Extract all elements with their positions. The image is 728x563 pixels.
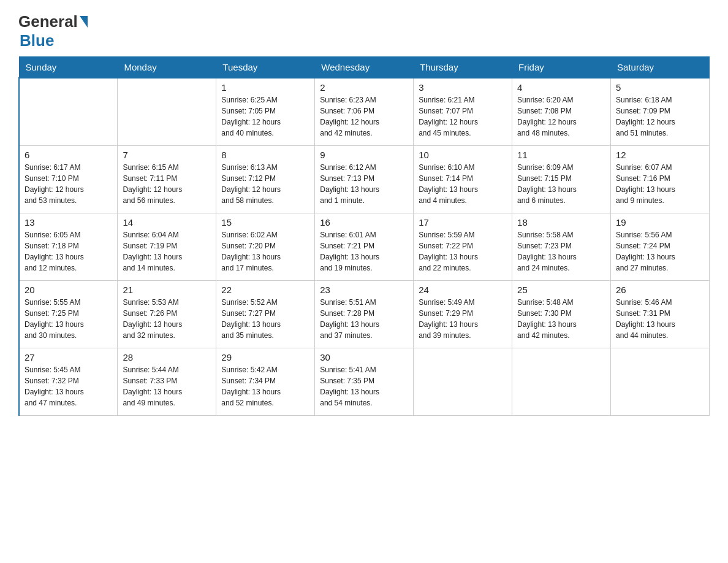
day-cell: 11Sunrise: 6:09 AM Sunset: 7:15 PM Dayli… [512, 145, 611, 213]
logo-combined: General [18, 12, 88, 31]
day-cell: 19Sunrise: 5:56 AM Sunset: 7:24 PM Dayli… [611, 213, 710, 280]
day-info: Sunrise: 5:52 AM Sunset: 7:27 PM Dayligh… [221, 297, 309, 341]
week-row-4: 27Sunrise: 5:45 AM Sunset: 7:32 PM Dayli… [19, 348, 710, 415]
day-cell: 13Sunrise: 6:05 AM Sunset: 7:18 PM Dayli… [19, 213, 118, 280]
day-number: 29 [221, 352, 309, 362]
day-cell: 28Sunrise: 5:44 AM Sunset: 7:33 PM Dayli… [118, 348, 216, 415]
day-cell [118, 78, 216, 145]
calendar-table: SundayMondayTuesdayWednesdayThursdayFrid… [18, 56, 710, 416]
day-info: Sunrise: 6:13 AM Sunset: 7:12 PM Dayligh… [221, 162, 309, 206]
logo-general-part: General [18, 12, 78, 31]
day-number: 4 [517, 82, 605, 93]
day-info: Sunrise: 5:49 AM Sunset: 7:29 PM Dayligh… [419, 297, 507, 341]
day-info: Sunrise: 5:48 AM Sunset: 7:30 PM Dayligh… [517, 297, 605, 341]
calendar-header: SundayMondayTuesdayWednesdayThursdayFrid… [19, 57, 710, 79]
day-number: 18 [517, 217, 605, 228]
day-info: Sunrise: 6:17 AM Sunset: 7:10 PM Dayligh… [25, 162, 112, 206]
header-cell-tuesday: Tuesday [216, 57, 315, 79]
day-number: 21 [123, 285, 211, 295]
day-cell: 15Sunrise: 6:02 AM Sunset: 7:20 PM Dayli… [216, 213, 315, 280]
logo-blue-line: Blue [18, 31, 54, 50]
day-cell [512, 348, 611, 415]
day-cell: 29Sunrise: 5:42 AM Sunset: 7:34 PM Dayli… [216, 348, 315, 415]
day-info: Sunrise: 5:42 AM Sunset: 7:34 PM Dayligh… [221, 364, 309, 408]
week-row-2: 13Sunrise: 6:05 AM Sunset: 7:18 PM Dayli… [19, 213, 710, 280]
day-info: Sunrise: 5:58 AM Sunset: 7:23 PM Dayligh… [517, 229, 605, 274]
day-number: 3 [419, 82, 507, 93]
day-cell: 20Sunrise: 5:55 AM Sunset: 7:25 PM Dayli… [19, 280, 118, 348]
day-number: 24 [419, 285, 507, 295]
day-cell: 27Sunrise: 5:45 AM Sunset: 7:32 PM Dayli… [19, 348, 118, 415]
day-info: Sunrise: 5:55 AM Sunset: 7:25 PM Dayligh… [25, 297, 112, 341]
header-cell-thursday: Thursday [414, 57, 512, 79]
day-info: Sunrise: 6:15 AM Sunset: 7:11 PM Dayligh… [123, 162, 211, 206]
day-number: 13 [25, 217, 112, 228]
header-cell-saturday: Saturday [611, 57, 710, 79]
day-info: Sunrise: 6:18 AM Sunset: 7:09 PM Dayligh… [616, 94, 704, 139]
day-cell: 26Sunrise: 5:46 AM Sunset: 7:31 PM Dayli… [611, 280, 710, 348]
day-number: 26 [616, 285, 704, 295]
day-cell: 30Sunrise: 5:41 AM Sunset: 7:35 PM Dayli… [315, 348, 414, 415]
day-number: 12 [616, 150, 704, 160]
header-cell-sunday: Sunday [19, 57, 118, 79]
day-cell: 7Sunrise: 6:15 AM Sunset: 7:11 PM Daylig… [118, 145, 216, 213]
day-cell: 5Sunrise: 6:18 AM Sunset: 7:09 PM Daylig… [611, 78, 710, 145]
week-row-0: 1Sunrise: 6:25 AM Sunset: 7:05 PM Daylig… [19, 78, 710, 145]
day-info: Sunrise: 5:41 AM Sunset: 7:35 PM Dayligh… [320, 364, 408, 408]
day-info: Sunrise: 6:05 AM Sunset: 7:18 PM Dayligh… [25, 229, 112, 274]
day-info: Sunrise: 6:09 AM Sunset: 7:15 PM Dayligh… [517, 162, 605, 206]
day-cell: 2Sunrise: 6:23 AM Sunset: 7:06 PM Daylig… [315, 78, 414, 145]
day-info: Sunrise: 6:21 AM Sunset: 7:07 PM Dayligh… [419, 94, 507, 139]
logo-blue-text: Blue [20, 31, 54, 50]
day-cell: 10Sunrise: 6:10 AM Sunset: 7:14 PM Dayli… [414, 145, 512, 213]
calendar-body: 1Sunrise: 6:25 AM Sunset: 7:05 PM Daylig… [19, 78, 710, 415]
logo-arrow-icon [80, 16, 88, 28]
day-cell: 3Sunrise: 6:21 AM Sunset: 7:07 PM Daylig… [414, 78, 512, 145]
day-cell [19, 78, 118, 145]
header-cell-friday: Friday [512, 57, 611, 79]
day-number: 2 [320, 82, 408, 93]
day-cell [611, 348, 710, 415]
day-number: 5 [616, 82, 704, 93]
day-number: 19 [616, 217, 704, 228]
header-row: SundayMondayTuesdayWednesdayThursdayFrid… [19, 57, 710, 79]
day-info: Sunrise: 5:51 AM Sunset: 7:28 PM Dayligh… [320, 297, 408, 341]
day-cell: 8Sunrise: 6:13 AM Sunset: 7:12 PM Daylig… [216, 145, 315, 213]
day-info: Sunrise: 6:25 AM Sunset: 7:05 PM Dayligh… [221, 94, 309, 139]
day-cell [414, 348, 512, 415]
day-cell: 22Sunrise: 5:52 AM Sunset: 7:27 PM Dayli… [216, 280, 315, 348]
week-row-3: 20Sunrise: 5:55 AM Sunset: 7:25 PM Dayli… [19, 280, 710, 348]
day-number: 7 [123, 150, 211, 160]
day-info: Sunrise: 5:46 AM Sunset: 7:31 PM Dayligh… [616, 297, 704, 341]
day-info: Sunrise: 6:23 AM Sunset: 7:06 PM Dayligh… [320, 94, 408, 139]
day-cell: 25Sunrise: 5:48 AM Sunset: 7:30 PM Dayli… [512, 280, 611, 348]
day-info: Sunrise: 6:07 AM Sunset: 7:16 PM Dayligh… [616, 162, 704, 206]
day-cell: 24Sunrise: 5:49 AM Sunset: 7:29 PM Dayli… [414, 280, 512, 348]
day-number: 20 [25, 285, 112, 295]
day-number: 11 [517, 150, 605, 160]
header-cell-monday: Monday [118, 57, 216, 79]
day-cell: 23Sunrise: 5:51 AM Sunset: 7:28 PM Dayli… [315, 280, 414, 348]
day-cell: 16Sunrise: 6:01 AM Sunset: 7:21 PM Dayli… [315, 213, 414, 280]
logo: General Blue [18, 12, 88, 50]
day-cell: 9Sunrise: 6:12 AM Sunset: 7:13 PM Daylig… [315, 145, 414, 213]
day-info: Sunrise: 6:10 AM Sunset: 7:14 PM Dayligh… [419, 162, 507, 206]
day-info: Sunrise: 6:20 AM Sunset: 7:08 PM Dayligh… [517, 94, 605, 139]
day-info: Sunrise: 5:53 AM Sunset: 7:26 PM Dayligh… [123, 297, 211, 341]
day-number: 1 [221, 82, 309, 93]
day-number: 6 [25, 150, 112, 160]
day-info: Sunrise: 6:02 AM Sunset: 7:20 PM Dayligh… [221, 229, 309, 274]
day-cell: 1Sunrise: 6:25 AM Sunset: 7:05 PM Daylig… [216, 78, 315, 145]
day-cell: 17Sunrise: 5:59 AM Sunset: 7:22 PM Dayli… [414, 213, 512, 280]
day-number: 15 [221, 217, 309, 228]
day-number: 16 [320, 217, 408, 228]
day-cell: 14Sunrise: 6:04 AM Sunset: 7:19 PM Dayli… [118, 213, 216, 280]
day-cell: 6Sunrise: 6:17 AM Sunset: 7:10 PM Daylig… [19, 145, 118, 213]
day-number: 17 [419, 217, 507, 228]
day-number: 9 [320, 150, 408, 160]
day-info: Sunrise: 5:59 AM Sunset: 7:22 PM Dayligh… [419, 229, 507, 274]
day-number: 10 [419, 150, 507, 160]
day-cell: 4Sunrise: 6:20 AM Sunset: 7:08 PM Daylig… [512, 78, 611, 145]
day-number: 30 [320, 352, 408, 362]
day-cell: 12Sunrise: 6:07 AM Sunset: 7:16 PM Dayli… [611, 145, 710, 213]
